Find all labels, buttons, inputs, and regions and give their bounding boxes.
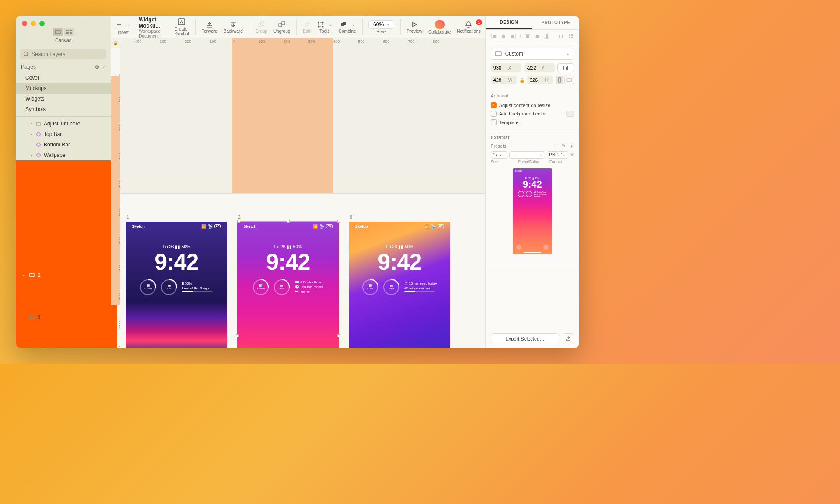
size-preset-select[interactable]: Custom⌄: [491, 48, 574, 60]
svg-rect-41: [569, 37, 570, 38]
y-field[interactable]: Y: [524, 63, 555, 72]
svg-point-19: [318, 21, 319, 23]
tidy-icon[interactable]: [568, 33, 574, 39]
widgets-row: 📊15 min 📖50% 📖 6 Books Read🕐 12h this mo…: [237, 279, 339, 295]
svg-rect-46: [567, 79, 572, 81]
preview-button[interactable]: Preview: [406, 21, 422, 34]
close-window-button[interactable]: [22, 21, 27, 26]
zoom-control[interactable]: 60%⌄View: [368, 20, 394, 34]
align-hcenter-icon[interactable]: [500, 33, 507, 39]
svg-rect-28: [502, 35, 505, 38]
view-mode-toggle[interactable]: [52, 28, 74, 36]
svg-point-5: [24, 52, 28, 56]
artboard-label: 2: [238, 215, 241, 219]
svg-rect-26: [493, 35, 496, 38]
artboard-1[interactable]: 1 Sketch📶📡69 Fri 26 ▮▮ 50% 9:42 📊15 min …: [126, 222, 227, 348]
w-field[interactable]: W: [491, 76, 517, 84]
page-item-mockups[interactable]: Mockups: [16, 83, 111, 94]
svg-rect-17: [282, 22, 285, 25]
minimize-window-button[interactable]: [31, 21, 36, 26]
artboard-2[interactable]: 2 Sketch📶📡69 Fri 26 ▮▮ 50% 9:42 📊15 min …: [237, 222, 339, 348]
lockscreen-time: 9:42: [126, 249, 227, 275]
svg-rect-38: [562, 35, 564, 38]
selection-handle[interactable]: [236, 334, 239, 337]
device-icon: [495, 51, 502, 56]
align-vcenter-icon[interactable]: [534, 33, 540, 39]
svg-rect-16: [279, 24, 282, 27]
add-preset-icon[interactable]: ＋: [569, 143, 574, 149]
align-bottom-icon[interactable]: [544, 33, 550, 39]
edit-button[interactable]: Edit: [303, 21, 311, 34]
lockscreen-time: 9:42: [237, 249, 339, 275]
export-prefix-select[interactable]: …⌄: [509, 151, 546, 159]
h-field[interactable]: H: [527, 76, 553, 84]
align-left-icon[interactable]: [491, 33, 497, 39]
selection-handle[interactable]: [337, 220, 340, 223]
search-input[interactable]: [32, 51, 103, 57]
artboard-label: 3: [350, 215, 352, 219]
export-preview: Sketch Fri 26 ▮▮ 50% 9:42 ■ 6 Books Read…: [513, 168, 552, 254]
tab-prototype[interactable]: PROTOTYPE: [532, 16, 579, 29]
grid-view-icon[interactable]: [64, 28, 74, 36]
widget-ring-1: 📊15 min: [140, 279, 156, 295]
insert-menu[interactable]: ＋⌄ Insert: [115, 19, 131, 35]
page-item-symbols[interactable]: Symbols: [16, 104, 111, 115]
add-background-checkbox[interactable]: Add background color: [491, 109, 574, 118]
distribute-icon[interactable]: [558, 33, 564, 39]
lock-aspect-icon[interactable]: 🔒: [519, 78, 525, 83]
fit-button[interactable]: Fit: [557, 63, 574, 72]
create-symbol-button[interactable]: Create Symbol: [174, 17, 189, 36]
export-format-select[interactable]: PNG⌃⌄: [547, 151, 568, 159]
search-layers[interactable]: [20, 49, 106, 59]
backward-button[interactable]: Backward: [224, 21, 243, 34]
svg-point-20: [322, 21, 323, 23]
status-bar: Sketch📶📡69: [349, 224, 450, 229]
selection-handle[interactable]: [237, 220, 240, 223]
svg-rect-37: [559, 35, 560, 38]
selection-handle[interactable]: [287, 220, 290, 223]
preset-slice-icon[interactable]: ✎: [562, 143, 566, 149]
export-size-select[interactable]: 1x⌄: [491, 151, 508, 159]
tools-menu[interactable]: ⌄Tools: [317, 21, 332, 34]
preset-settings-icon[interactable]: ☰: [554, 143, 558, 149]
combine-menu[interactable]: ⌄Combine: [339, 21, 356, 34]
widget-ring-1: 📊15 min: [362, 279, 378, 295]
orientation-portrait-button[interactable]: [556, 76, 564, 84]
artboard-3[interactable]: 3 Sketch📶📡69 Fri 26 ▮▮ 50% 9:42 📊15 min …: [349, 222, 450, 348]
canvas[interactable]: 1 Sketch📶📡69 Fri 26 ▮▮ 50% 9:42 📊15 min …: [120, 194, 485, 348]
ungroup-button[interactable]: Ungroup: [273, 21, 290, 34]
svg-rect-43: [495, 52, 501, 56]
notifications-button[interactable]: 1Notifications: [457, 21, 480, 34]
template-checkbox[interactable]: Template: [491, 118, 574, 126]
lock-icon[interactable]: 🔓: [111, 38, 120, 48]
svg-rect-40: [571, 34, 573, 36]
widget-text: ⏱ 15 min read today45 min remaining: [404, 282, 437, 292]
tab-design[interactable]: DESIGN: [486, 16, 532, 29]
page-item-cover[interactable]: Cover: [16, 73, 111, 83]
align-top-icon[interactable]: [525, 33, 531, 39]
svg-point-21: [318, 26, 319, 27]
selection-handle[interactable]: [337, 334, 340, 337]
canvas-view-icon[interactable]: [52, 28, 63, 36]
adjust-content-checkbox[interactable]: ✓Adjust content on resize: [491, 101, 574, 109]
color-swatch[interactable]: [566, 111, 574, 117]
widgets-row: 📊15 min 📖50% ⏱ 15 min read today45 min r…: [349, 279, 450, 295]
forward-button[interactable]: Forward: [201, 21, 217, 34]
widget-ring-2: 📖50%: [274, 279, 290, 295]
export-selected-button[interactable]: Export Selected…: [491, 333, 559, 344]
collapse-pages-icon[interactable]: ⌄: [102, 64, 105, 70]
share-icon[interactable]: [563, 333, 574, 344]
layer-artboard-4[interactable]: ⌄4: [16, 244, 111, 348]
orientation-landscape-button[interactable]: [564, 76, 574, 84]
group-button[interactable]: Group: [255, 21, 267, 34]
svg-rect-36: [546, 34, 548, 38]
zoom-window-button[interactable]: [39, 21, 45, 26]
page-item-widgets[interactable]: Widgets: [16, 94, 111, 104]
align-right-icon[interactable]: [510, 33, 516, 39]
add-page-icon[interactable]: ⊕: [95, 64, 99, 70]
collaborate-button[interactable]: ⋯Collaborate: [428, 20, 451, 35]
x-field[interactable]: X: [491, 63, 522, 72]
remove-preset-icon[interactable]: ✕: [570, 152, 574, 158]
search-icon: [24, 52, 29, 57]
lockscreen-time: 9:42: [349, 249, 450, 275]
